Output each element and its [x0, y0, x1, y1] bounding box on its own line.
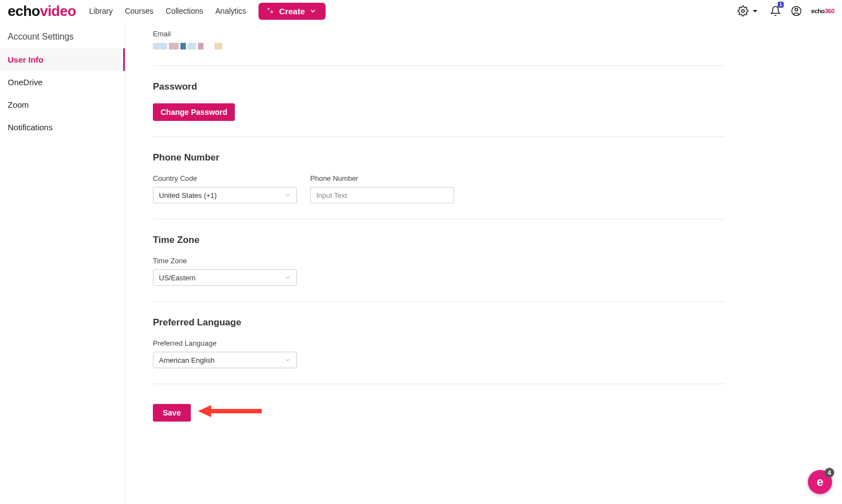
- logo[interactable]: echovideo: [8, 3, 76, 20]
- sidebar-item-zoom[interactable]: Zoom: [0, 93, 125, 116]
- notification-badge: 1: [778, 2, 784, 8]
- create-button[interactable]: Create: [258, 3, 326, 20]
- save-button[interactable]: Save: [153, 404, 191, 422]
- help-bubble[interactable]: e 4: [808, 470, 832, 494]
- change-password-button[interactable]: Change Password: [153, 103, 235, 121]
- content-scroll[interactable]: Email Password Change Password: [125, 22, 842, 504]
- notifications-button[interactable]: 1: [769, 5, 782, 17]
- timezone-value: US/Eastern: [159, 274, 195, 282]
- nav-analytics[interactable]: Analytics: [216, 7, 246, 15]
- svg-point-2: [795, 8, 798, 11]
- sidebar-item-user-info[interactable]: User Info: [0, 48, 125, 71]
- svg-marker-4: [198, 405, 211, 417]
- sidebar-item-notifications[interactable]: Notifications: [0, 116, 125, 139]
- brand-mini[interactable]: echo360: [811, 8, 834, 14]
- section-password: Password Change Password: [153, 66, 725, 137]
- nav-library[interactable]: Library: [89, 7, 113, 15]
- sidebar: Account Settings User Info OneDrive Zoom…: [0, 22, 125, 504]
- nav-collections[interactable]: Collections: [166, 7, 203, 15]
- language-value: American English: [159, 356, 214, 364]
- phone-number-label: Phone Number: [310, 174, 454, 182]
- chevron-down-icon: [284, 274, 291, 281]
- caret-down-icon: [750, 5, 761, 16]
- content: Email Password Change Password: [125, 22, 752, 455]
- user-circle-icon: [791, 5, 802, 16]
- section-timezone: Time Zone Time Zone US/Eastern: [153, 219, 725, 302]
- topbar: echovideo Library Courses Collections An…: [0, 0, 842, 22]
- timezone-label: Time Zone: [153, 257, 725, 265]
- language-title: Preferred Language: [153, 317, 725, 328]
- sparkle-icon: [267, 7, 275, 15]
- save-row: Save: [153, 384, 725, 422]
- gear-icon: [738, 5, 749, 16]
- language-label: Preferred Language: [153, 339, 725, 347]
- svg-point-0: [742, 10, 745, 13]
- country-code-select[interactable]: United States (+1): [153, 187, 297, 203]
- sidebar-title: Account Settings: [0, 25, 125, 48]
- country-code-label: Country Code: [153, 174, 297, 182]
- nav-courses[interactable]: Courses: [125, 7, 153, 15]
- chevron-down-icon: [284, 192, 291, 198]
- phone-number-input[interactable]: [310, 187, 454, 203]
- phone-title: Phone Number: [153, 152, 725, 163]
- logo-video: video: [40, 3, 76, 20]
- settings-menu[interactable]: [738, 5, 761, 17]
- logo-echo: echo: [8, 3, 40, 20]
- redacted-email-value: [153, 42, 222, 50]
- email-field[interactable]: [153, 42, 297, 50]
- section-phone: Phone Number Country Code United States …: [153, 137, 725, 219]
- help-count-badge: 4: [824, 468, 834, 478]
- email-label: Email: [153, 30, 725, 38]
- annotation-arrow-icon: [197, 403, 263, 419]
- timezone-select[interactable]: US/Eastern: [153, 269, 297, 286]
- account-button[interactable]: [790, 5, 802, 17]
- primary-nav: Library Courses Collections Analytics Cr…: [89, 3, 326, 20]
- section-email: Email: [153, 22, 725, 66]
- country-code-value: United States (+1): [159, 191, 217, 200]
- create-label: Create: [279, 7, 305, 16]
- sidebar-item-onedrive[interactable]: OneDrive: [0, 71, 125, 93]
- section-language: Preferred Language Preferred Language Am…: [153, 302, 725, 384]
- password-title: Password: [153, 81, 725, 92]
- topbar-actions: 1 echo360: [738, 5, 834, 17]
- chevron-down-icon: [309, 7, 317, 15]
- timezone-title: Time Zone: [153, 235, 725, 246]
- chevron-down-icon: [284, 357, 291, 363]
- language-select[interactable]: American English: [153, 352, 297, 368]
- help-glyph: e: [817, 475, 823, 489]
